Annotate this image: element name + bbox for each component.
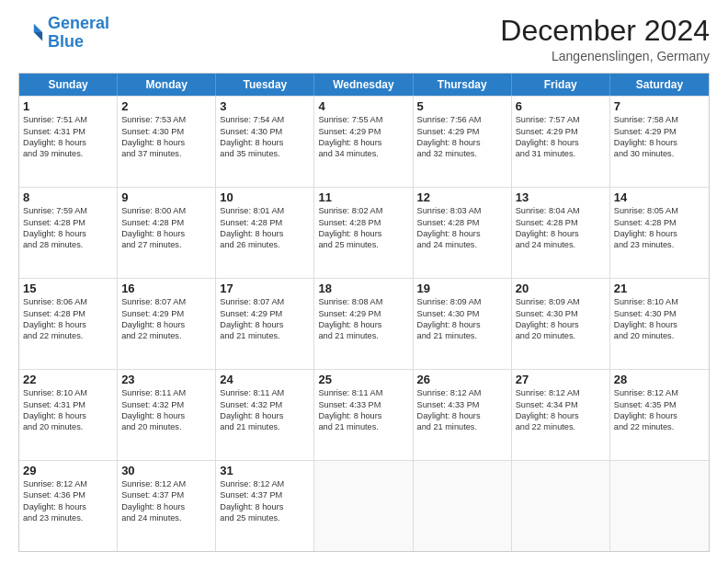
cell-text: Sunrise: 8:10 AM Sunset: 4:31 PM Dayligh… [23, 387, 113, 433]
cell-text: Sunrise: 8:12 AM Sunset: 4:37 PM Dayligh… [220, 478, 310, 524]
calendar-cell [414, 461, 512, 551]
calendar-row-2: 8Sunrise: 7:59 AM Sunset: 4:28 PM Daylig… [19, 187, 709, 278]
cell-text: Sunrise: 8:09 AM Sunset: 4:30 PM Dayligh… [417, 296, 507, 342]
calendar-header: Sunday Monday Tuesday Wednesday Thursday… [19, 74, 709, 96]
calendar-cell: 6Sunrise: 7:57 AM Sunset: 4:29 PM Daylig… [512, 97, 610, 187]
cell-text: Sunrise: 8:12 AM Sunset: 4:34 PM Dayligh… [516, 387, 606, 433]
day-number: 25 [318, 373, 408, 386]
day-number: 3 [220, 99, 310, 113]
calendar-cell: 7Sunrise: 7:58 AM Sunset: 4:29 PM Daylig… [610, 97, 709, 187]
day-number: 31 [220, 464, 310, 477]
cell-text: Sunrise: 8:11 AM Sunset: 4:32 PM Dayligh… [121, 387, 211, 433]
day-number: 5 [417, 99, 507, 113]
cell-text: Sunrise: 8:01 AM Sunset: 4:28 PM Dayligh… [220, 205, 310, 251]
cell-text: Sunrise: 8:08 AM Sunset: 4:29 PM Dayligh… [318, 296, 408, 342]
header-saturday: Saturday [610, 74, 709, 96]
cell-text: Sunrise: 8:12 AM Sunset: 4:36 PM Dayligh… [23, 478, 113, 524]
calendar-row-1: 1Sunrise: 7:51 AM Sunset: 4:31 PM Daylig… [19, 96, 709, 187]
day-number: 18 [318, 282, 408, 295]
cell-text: Sunrise: 8:04 AM Sunset: 4:28 PM Dayligh… [516, 205, 606, 251]
day-number: 4 [318, 99, 408, 113]
calendar-cell: 31Sunrise: 8:12 AM Sunset: 4:37 PM Dayli… [216, 461, 314, 551]
cell-text: Sunrise: 8:12 AM Sunset: 4:37 PM Dayligh… [121, 478, 211, 524]
cell-text: Sunrise: 8:11 AM Sunset: 4:33 PM Dayligh… [318, 387, 408, 433]
header-sunday: Sunday [19, 74, 118, 96]
page: General Blue December 2024 Langenensling… [0, 0, 728, 563]
day-number: 27 [516, 373, 606, 386]
calendar-cell: 4Sunrise: 7:55 AM Sunset: 4:29 PM Daylig… [314, 97, 413, 187]
logo-icon [18, 20, 44, 46]
calendar-cell: 8Sunrise: 7:59 AM Sunset: 4:28 PM Daylig… [19, 188, 118, 278]
calendar-cell: 26Sunrise: 8:12 AM Sunset: 4:33 PM Dayli… [414, 370, 512, 460]
day-number: 1 [23, 99, 113, 113]
calendar: Sunday Monday Tuesday Wednesday Thursday… [18, 73, 710, 552]
day-number: 23 [121, 373, 211, 386]
calendar-cell: 10Sunrise: 8:01 AM Sunset: 4:28 PM Dayli… [216, 188, 314, 278]
calendar-cell: 16Sunrise: 8:07 AM Sunset: 4:29 PM Dayli… [118, 279, 216, 369]
day-number: 10 [220, 190, 310, 204]
header-wednesday: Wednesday [314, 74, 413, 96]
day-number: 20 [516, 282, 606, 295]
cell-text: Sunrise: 8:12 AM Sunset: 4:35 PM Dayligh… [614, 387, 705, 433]
cell-text: Sunrise: 7:51 AM Sunset: 4:31 PM Dayligh… [23, 114, 113, 160]
cell-text: Sunrise: 7:58 AM Sunset: 4:29 PM Dayligh… [614, 114, 705, 160]
calendar-row-4: 22Sunrise: 8:10 AM Sunset: 4:31 PM Dayli… [19, 369, 709, 460]
calendar-cell: 13Sunrise: 8:04 AM Sunset: 4:28 PM Dayli… [512, 188, 610, 278]
month-title: December 2024 [500, 15, 710, 47]
calendar-cell: 14Sunrise: 8:05 AM Sunset: 4:28 PM Dayli… [610, 188, 709, 278]
calendar-cell: 20Sunrise: 8:09 AM Sunset: 4:30 PM Dayli… [512, 279, 610, 369]
day-number: 30 [121, 464, 211, 477]
calendar-cell: 5Sunrise: 7:56 AM Sunset: 4:29 PM Daylig… [414, 97, 512, 187]
calendar-cell: 15Sunrise: 8:06 AM Sunset: 4:28 PM Dayli… [19, 279, 118, 369]
logo-line2: Blue [48, 32, 84, 51]
day-number: 21 [614, 282, 705, 295]
calendar-row-5: 29Sunrise: 8:12 AM Sunset: 4:36 PM Dayli… [19, 460, 709, 551]
day-number: 26 [417, 373, 507, 386]
calendar-cell [314, 461, 413, 551]
cell-text: Sunrise: 8:02 AM Sunset: 4:28 PM Dayligh… [318, 205, 408, 251]
cell-text: Sunrise: 8:09 AM Sunset: 4:30 PM Dayligh… [516, 296, 606, 342]
header-tuesday: Tuesday [216, 74, 314, 96]
logo: General Blue [18, 15, 109, 52]
cell-text: Sunrise: 8:07 AM Sunset: 4:29 PM Dayligh… [220, 296, 310, 342]
calendar-cell: 25Sunrise: 8:11 AM Sunset: 4:33 PM Dayli… [314, 370, 413, 460]
cell-text: Sunrise: 8:00 AM Sunset: 4:28 PM Dayligh… [121, 205, 211, 251]
cell-text: Sunrise: 7:59 AM Sunset: 4:28 PM Dayligh… [23, 205, 113, 251]
calendar-cell: 23Sunrise: 8:11 AM Sunset: 4:32 PM Dayli… [118, 370, 216, 460]
calendar-cell: 30Sunrise: 8:12 AM Sunset: 4:37 PM Dayli… [118, 461, 216, 551]
logo-text: General Blue [48, 15, 109, 52]
day-number: 9 [121, 190, 211, 204]
calendar-cell: 21Sunrise: 8:10 AM Sunset: 4:30 PM Dayli… [610, 279, 709, 369]
cell-text: Sunrise: 8:06 AM Sunset: 4:28 PM Dayligh… [23, 296, 113, 342]
header-friday: Friday [512, 74, 610, 96]
calendar-cell: 24Sunrise: 8:11 AM Sunset: 4:32 PM Dayli… [216, 370, 314, 460]
logo-line1: General [48, 14, 109, 32]
calendar-cell: 19Sunrise: 8:09 AM Sunset: 4:30 PM Dayli… [414, 279, 512, 369]
calendar-cell: 28Sunrise: 8:12 AM Sunset: 4:35 PM Dayli… [610, 370, 709, 460]
cell-text: Sunrise: 7:53 AM Sunset: 4:30 PM Dayligh… [121, 114, 211, 160]
calendar-cell: 9Sunrise: 8:00 AM Sunset: 4:28 PM Daylig… [118, 188, 216, 278]
calendar-cell: 12Sunrise: 8:03 AM Sunset: 4:28 PM Dayli… [414, 188, 512, 278]
day-number: 16 [121, 282, 211, 295]
calendar-cell: 1Sunrise: 7:51 AM Sunset: 4:31 PM Daylig… [19, 97, 118, 187]
day-number: 15 [23, 282, 113, 295]
cell-text: Sunrise: 7:54 AM Sunset: 4:30 PM Dayligh… [220, 114, 310, 160]
day-number: 2 [121, 99, 211, 113]
calendar-cell: 17Sunrise: 8:07 AM Sunset: 4:29 PM Dayli… [216, 279, 314, 369]
calendar-cell: 18Sunrise: 8:08 AM Sunset: 4:29 PM Dayli… [314, 279, 413, 369]
day-number: 8 [23, 190, 113, 204]
day-number: 28 [614, 373, 705, 386]
header-monday: Monday [118, 74, 216, 96]
calendar-body: 1Sunrise: 7:51 AM Sunset: 4:31 PM Daylig… [19, 96, 709, 551]
calendar-cell: 3Sunrise: 7:54 AM Sunset: 4:30 PM Daylig… [216, 97, 314, 187]
calendar-row-3: 15Sunrise: 8:06 AM Sunset: 4:28 PM Dayli… [19, 278, 709, 369]
header: General Blue December 2024 Langenensling… [18, 15, 710, 63]
day-number: 29 [23, 464, 113, 477]
calendar-cell [610, 461, 709, 551]
cell-text: Sunrise: 8:12 AM Sunset: 4:33 PM Dayligh… [417, 387, 507, 433]
calendar-cell: 27Sunrise: 8:12 AM Sunset: 4:34 PM Dayli… [512, 370, 610, 460]
calendar-cell: 22Sunrise: 8:10 AM Sunset: 4:31 PM Dayli… [19, 370, 118, 460]
calendar-cell: 2Sunrise: 7:53 AM Sunset: 4:30 PM Daylig… [118, 97, 216, 187]
cell-text: Sunrise: 7:57 AM Sunset: 4:29 PM Dayligh… [516, 114, 606, 160]
title-block: December 2024 Langenenslingen, Germany [500, 15, 710, 63]
